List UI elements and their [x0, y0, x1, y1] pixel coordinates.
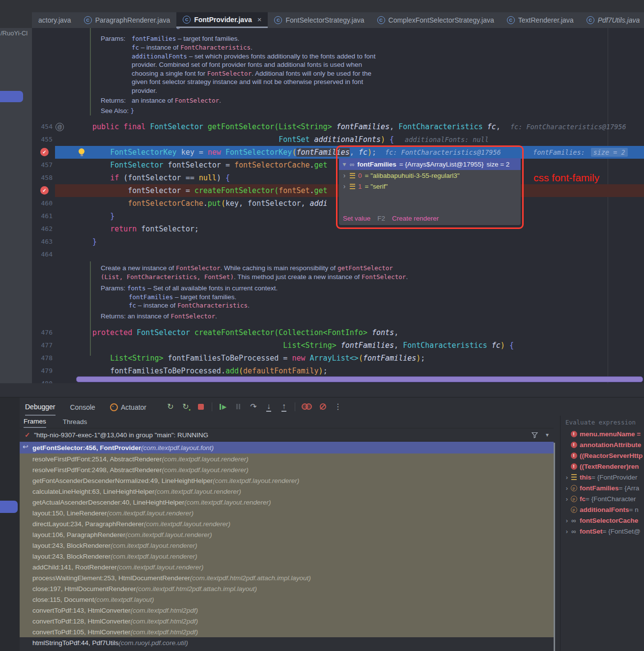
variable-row[interactable]: !menu.menuName = [560, 428, 644, 439]
debugger-value-popup[interactable]: ▾ ∞ fontFamilies = {Arrays$ArrayList@179… [339, 158, 521, 225]
debugger-tab-debugger[interactable]: Debugger [25, 397, 56, 416]
line-number[interactable]: 457 [32, 159, 53, 171]
line-number[interactable]: 460 [32, 197, 53, 210]
line-number[interactable]: 458 [32, 171, 53, 184]
resume-icon[interactable]: ▶ [219, 402, 227, 412]
mute-breakpoints-icon[interactable] [318, 402, 327, 412]
pause-icon[interactable] [234, 402, 243, 412]
filter-funnel-icon[interactable] [532, 432, 538, 438]
stack-frame-row[interactable]: templatePdf:73, TemplateGuideSupportCont… [20, 648, 554, 651]
step-over-icon[interactable]: ↷ [249, 402, 258, 412]
code-editor[interactable]: Create FontSelector or get from cache.Pa… [32, 28, 644, 383]
stack-frame-row[interactable]: convertToPdf:128, HtmlConverter (com.ite… [20, 616, 554, 626]
breakpoint-icon[interactable]: ✓ [40, 148, 49, 156]
chevron-right-icon[interactable]: › [563, 484, 570, 492]
variable-row[interactable]: ›∞fontSet = {FontSet@ [560, 526, 644, 537]
variable-row[interactable]: !((ReactorServerHttp [560, 450, 644, 461]
view-breakpoints-icon[interactable] [302, 402, 312, 412]
editor-tab-actory-java[interactable]: actory.java [32, 12, 78, 28]
chevron-down-icon[interactable]: ▾ [546, 431, 549, 438]
tab-threads[interactable]: Threads [63, 416, 87, 428]
variable-row[interactable]: padditionalFonts = n [560, 504, 644, 515]
variable-value: = {FontProvider [591, 474, 637, 481]
tab-frames[interactable]: Frames [24, 416, 46, 428]
variable-row[interactable]: ›∞fontSelectorCache [560, 515, 644, 526]
popup-header-row[interactable]: ▾ ∞ fontFamilies = {Arrays$ArrayList@179… [339, 158, 521, 170]
stack-frame-row[interactable]: layout:243, BlockRenderer (com.itextpdf.… [20, 551, 554, 562]
variable-row[interactable]: ›pfc = {FontCharacter [560, 493, 644, 504]
chevron-right-icon[interactable]: › [342, 182, 347, 190]
frames-scrollbar[interactable] [554, 443, 555, 651]
stack-frame-row[interactable]: convertToPdf:143, HtmlConverter (com.ite… [20, 605, 554, 616]
stack-frame-row[interactable]: close:197, HtmlDocumentRenderer (com.ite… [20, 583, 554, 594]
chevron-right-icon[interactable]: › [342, 171, 347, 179]
create-renderer-link[interactable]: Create renderer [392, 215, 439, 222]
actuator-icon [110, 403, 118, 411]
line-number[interactable]: 455 [32, 133, 53, 146]
evaluate-expression-field[interactable]: Evaluate expression [560, 416, 644, 428]
thread-row[interactable]: ✓ "http-nio-9307-exec-1"@13,040 in group… [20, 428, 554, 442]
variable-row[interactable]: ›pfontFamilies = {Arra [560, 482, 644, 493]
frame-method: close:197, HtmlDocumentRenderer [32, 585, 136, 593]
popup-array-item[interactable]: ›0= "alibabapuhuiti-3-55-regularl3" [339, 170, 521, 181]
line-number[interactable]: 461 [32, 210, 53, 223]
popup-array-item[interactable]: ›1= "serif" [339, 181, 521, 192]
chevron-right-icon[interactable]: › [563, 495, 570, 503]
close-icon[interactable]: × [257, 15, 262, 24]
stack-frame-row[interactable]: layout:150, LineRenderer (com.itextpdf.l… [20, 508, 554, 518]
line-number[interactable]: 464 [32, 248, 53, 261]
line-number[interactable]: 478 [32, 352, 53, 365]
editor-tab-paragraphrenderer-java[interactable]: CParagraphRenderer.java [78, 12, 177, 28]
stack-frame-row[interactable]: ↩getFontSelector:456, FontProvider (com.… [20, 442, 554, 453]
rerun-icon[interactable]: ↻ [166, 402, 175, 412]
chevron-right-icon[interactable]: › [563, 474, 570, 481]
stack-frame-row[interactable]: directLayout:234, ParagraphRenderer (com… [20, 518, 554, 529]
stack-frame-row[interactable]: layout:106, ParagraphRenderer (com.itext… [20, 529, 554, 540]
editor-horizontal-scrollbar[interactable] [76, 376, 643, 382]
stack-frame-row[interactable]: addChild:141, RootRenderer (com.itextpdf… [20, 562, 554, 572]
debugger-tab-actuator[interactable]: Actuator [110, 397, 146, 416]
javadoc-line: fontFamilies – target font families. [129, 293, 236, 301]
stop-icon[interactable] [196, 402, 205, 412]
stack-frame-row[interactable]: htmlStringToPdf:44, Pdf7Utils (com.ruoyi… [20, 637, 554, 648]
line-number[interactable]: 477 [32, 339, 53, 352]
debugger-tab-console[interactable]: Console [70, 397, 95, 416]
stack-frame-row[interactable]: resolveFirstPdfFont:2514, AbstractRender… [20, 453, 554, 464]
line-number[interactable]: 479 [32, 365, 53, 377]
variable-name: menu.menuName = [580, 430, 641, 438]
more-icon[interactable]: ⋮ [334, 402, 342, 412]
chevron-right-icon[interactable]: › [563, 517, 570, 524]
frame-method: close:115, Document [32, 596, 94, 603]
stack-frame-row[interactable]: getActualAscenderDescender:40, LineHeigh… [20, 497, 554, 508]
stack-frame-row[interactable]: resolveFirstPdfFont:2498, AbstractRender… [20, 464, 554, 475]
line-number[interactable]: 454 [32, 120, 53, 133]
stack-frame-row[interactable]: processWaitingElement:253, HtmlDocumentR… [20, 572, 554, 583]
editor-tab-pdf7utils-java[interactable]: CPdf7Utils.java [580, 12, 644, 28]
stack-frame-row[interactable]: close:115, Document (com.itextpdf.layout… [20, 594, 554, 605]
set-value-link[interactable]: Set value [343, 215, 370, 222]
stack-frame-row[interactable]: calculateLineHeight:63, LineHeightHelper… [20, 486, 554, 497]
intention-bulb-icon[interactable] [79, 148, 84, 154]
rerun-debug-icon[interactable]: ↻● [181, 402, 190, 412]
line-number[interactable]: 476 [32, 326, 53, 339]
chevron-right-icon[interactable]: › [563, 528, 570, 535]
line-number[interactable]: 463 [32, 235, 53, 248]
stack-frame-row[interactable]: layout:243, BlockRenderer (com.itextpdf.… [20, 540, 554, 551]
editor-tab-complexfontselectorstrategy-java[interactable]: CComplexFontSelectorStrategy.java [371, 12, 501, 28]
line-number[interactable]: 480 [32, 377, 53, 383]
variable-row[interactable]: ›this = {FontProvider [560, 472, 644, 482]
editor-tab-fontprovider-java[interactable]: CFontProvider.java× [176, 12, 268, 28]
editor-tab-textrenderer-java[interactable]: CTextRenderer.java [501, 12, 580, 28]
line-number[interactable]: 462 [32, 223, 53, 235]
step-into-icon[interactable]: ↓ [264, 402, 273, 412]
chevron-down-icon[interactable]: ▾ [342, 160, 347, 168]
variable-row[interactable]: !annotationAttribute [560, 439, 644, 450]
stack-frame-row[interactable]: convertToPdf:105, HtmlConverter (com.ite… [20, 626, 554, 637]
breakpoint-icon[interactable]: ✓ [40, 186, 49, 195]
step-out-icon[interactable]: ↑ [280, 402, 288, 412]
javadoc-line: See Also: } [101, 107, 134, 115]
editor-tab-fontselectorstrategy-java[interactable]: CFontSelectorStrategy.java [268, 12, 370, 28]
variable-row[interactable]: !((TextRenderer)ren [560, 461, 644, 472]
code-text: List<String> fontFamilies, FontCharacter… [92, 339, 514, 352]
stack-frame-row[interactable]: getFontAscenderDescenderNormalized:49, L… [20, 475, 554, 486]
